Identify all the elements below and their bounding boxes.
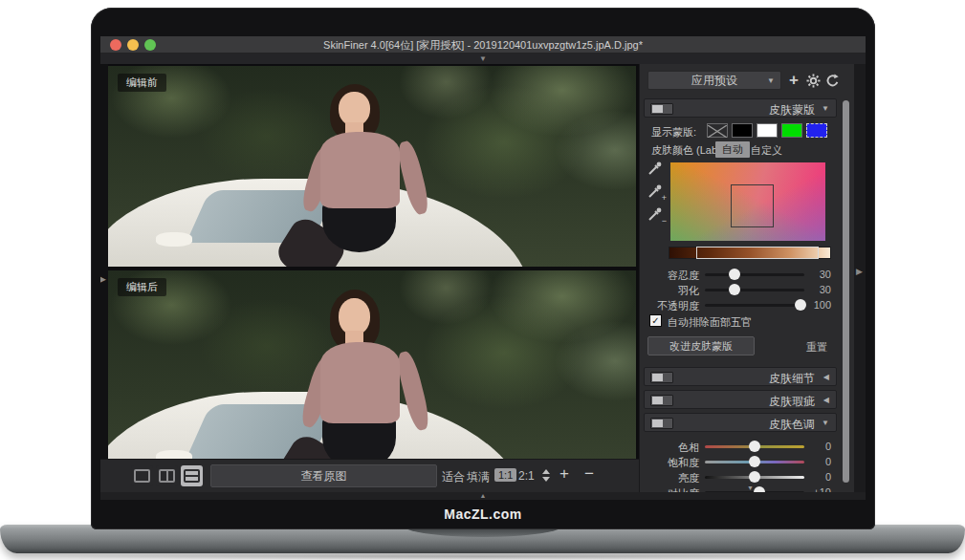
image-before[interactable]: 编辑前	[108, 66, 636, 267]
reset-button[interactable]: 重置	[806, 340, 827, 355]
auto-exclude-checkbox[interactable]: ✓	[649, 314, 662, 327]
settings-button[interactable]	[804, 71, 822, 90]
zoom-1-1-button[interactable]: 1:1	[494, 468, 516, 482]
skin-color-label: 皮肤颜色 (Lab):	[651, 143, 724, 158]
collapse-icon[interactable]: ▼	[822, 419, 829, 427]
skin-blemish-toggle[interactable]	[650, 395, 673, 406]
collapse-right-icon[interactable]: ▶	[856, 267, 863, 276]
slider-knob[interactable]	[749, 441, 760, 452]
eyedropper-button[interactable]	[647, 161, 665, 178]
reset-preset-button[interactable]	[823, 71, 841, 90]
skin-color-custom-button[interactable]: 自定义	[751, 143, 782, 158]
photo-background-foliage	[108, 66, 636, 267]
collapse-icon[interactable]: ▼	[822, 104, 829, 113]
toggle-knob	[652, 397, 663, 404]
section-title: 皮肤细节	[769, 371, 815, 387]
section-skin-mask-header[interactable]: 皮肤蒙版 ▼	[644, 98, 837, 118]
single-pane-icon	[134, 469, 150, 483]
zoom-fill-button[interactable]: 填满	[467, 469, 490, 485]
section-skin-blemish-header[interactable]: 皮肤瑕疵 ◀	[644, 390, 837, 409]
slider-row: 羽化 30	[640, 283, 835, 296]
slider-knob[interactable]	[749, 456, 760, 467]
slider-row: 不透明度 100	[640, 298, 835, 312]
add-preset-button[interactable]: +	[785, 71, 802, 90]
zoom-2-1-button[interactable]: 2:1	[518, 469, 535, 483]
section-skin-details-header[interactable]: 皮肤细节 ◀	[644, 367, 837, 386]
expand-bottom-icon[interactable]: ▲	[480, 492, 487, 499]
skin-tone-toggle[interactable]	[650, 418, 673, 429]
photo-woman-torso	[320, 342, 400, 424]
section-skin-tone-header[interactable]: 皮肤色调 ▼	[644, 413, 837, 432]
eyedropper-minus-icon	[647, 206, 663, 222]
skin-details-toggle[interactable]	[650, 372, 673, 383]
spinner-down-icon	[542, 477, 550, 482]
eyedropper-add-button[interactable]: +	[647, 183, 665, 201]
view-single-button[interactable]	[131, 465, 153, 486]
improve-mask-button[interactable]: 改进皮肤蒙版	[647, 336, 755, 355]
slider-value: 0	[802, 471, 831, 483]
view-split-horizontal-button[interactable]	[181, 465, 203, 486]
slider-label: 不透明度	[640, 299, 699, 313]
slider-value: 30	[802, 269, 831, 280]
view-split-vertical-button[interactable]	[156, 465, 178, 486]
zoom-out-button[interactable]: −	[584, 464, 594, 484]
slider-knob[interactable]	[729, 284, 740, 295]
skin-mask-toggle[interactable]	[650, 103, 673, 115]
mask-swatch-white[interactable]	[757, 123, 778, 138]
mask-swatch-blue[interactable]	[806, 123, 827, 138]
minus-icon: −	[662, 216, 667, 226]
zoom-ratio-spinner[interactable]	[542, 469, 551, 483]
toggle-knob	[652, 105, 663, 113]
toggle-knob	[652, 420, 663, 427]
chevron-down-icon: ▼	[767, 76, 775, 85]
eyedropper-icon	[647, 161, 663, 176]
panel-scrollbar[interactable]	[843, 100, 849, 483]
gear-icon	[806, 74, 821, 88]
split-vertical-icon	[159, 469, 175, 483]
slider-row: 饱和度 0	[640, 455, 835, 468]
slider-label: 容忍度	[640, 269, 699, 283]
zoom-in-button[interactable]: +	[559, 464, 569, 484]
slider-row: 色相 0	[640, 440, 835, 453]
preset-dropdown-label: 应用预设	[691, 73, 737, 89]
after-badge: 编辑后	[118, 278, 166, 296]
expand-left-icon[interactable]: ▶	[100, 274, 106, 284]
eyedropper-remove-button[interactable]: −	[647, 206, 665, 224]
image-after[interactable]: 编辑后	[108, 270, 636, 486]
section-title: 皮肤色调	[769, 417, 815, 433]
hue-slider[interactable]	[705, 445, 804, 448]
slider-label: 羽化	[640, 284, 699, 298]
slider-knob[interactable]	[729, 269, 740, 280]
slider-value: 0	[802, 441, 831, 452]
mask-swatches	[707, 123, 831, 140]
photo-woman-torso	[320, 132, 400, 208]
mask-swatch-black[interactable]	[732, 123, 753, 138]
mask-swatch-none[interactable]	[707, 123, 728, 138]
collapse-icon[interactable]: ◀	[823, 373, 829, 381]
saturation-slider[interactable]	[705, 461, 804, 463]
brightness-slider[interactable]	[705, 476, 804, 479]
collapse-top-icon[interactable]: ▼	[479, 54, 487, 63]
skin-tone-range-bar[interactable]	[669, 247, 831, 259]
mask-swatch-green[interactable]	[781, 123, 802, 138]
range-selection-marker[interactable]	[696, 247, 819, 259]
preset-dropdown[interactable]: 应用预设 ▼	[647, 71, 781, 90]
skin-color-auto-button[interactable]: 自动	[715, 141, 750, 158]
photo-woman-face	[339, 92, 370, 126]
slider-knob[interactable]	[749, 471, 760, 483]
app-window: SkinFiner 4.0[64位] [家用授权] - 2019120401ux…	[100, 36, 866, 500]
feather-slider[interactable]	[705, 289, 804, 291]
opacity-slider[interactable]	[705, 304, 804, 307]
zoom-fit-button[interactable]: 适合	[442, 469, 465, 485]
slider-value: 30	[802, 284, 831, 295]
right-panel-strip: ▶	[854, 64, 866, 492]
collapse-icon[interactable]: ◀	[823, 396, 829, 404]
photo-woman-face	[339, 298, 370, 334]
view-original-button[interactable]: 查看原图	[210, 464, 437, 487]
skin-color-field[interactable]	[670, 162, 825, 241]
plus-icon: +	[789, 71, 799, 90]
tolerance-slider[interactable]	[705, 273, 804, 276]
color-selection-marker[interactable]	[731, 184, 774, 227]
show-mask-label: 显示蒙版:	[651, 125, 696, 140]
section-title: 皮肤瑕疵	[769, 394, 815, 410]
